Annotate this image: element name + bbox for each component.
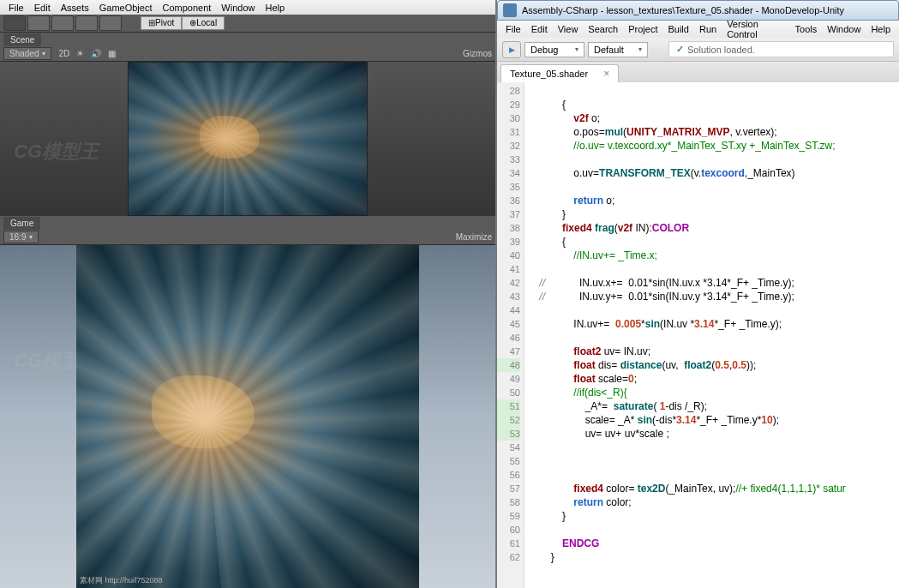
menu-window[interactable]: Window — [822, 24, 866, 34]
game-tab-bar: Game — [0, 216, 495, 231]
light-icon[interactable]: ☀ — [76, 49, 84, 58]
window-titlebar: Assembly-CSharp - lesson_textures\Textur… — [497, 0, 899, 21]
scene-tab-bar: Scene — [0, 33, 495, 47]
pivot-button[interactable]: ⊞ Pivot — [141, 16, 182, 30]
code-editor[interactable]: 2829303132333435363738394041424344454647… — [497, 82, 899, 588]
menu-tools[interactable]: Tools — [790, 24, 823, 34]
status-bar: Solution loaded. — [668, 41, 894, 57]
local-button[interactable]: ⊕ Local — [182, 16, 225, 30]
rect-tool-icon[interactable] — [99, 15, 122, 31]
aspect-dropdown[interactable]: 16:9 — [3, 231, 39, 243]
code-area[interactable]: { v2f o; o.pos=mul(UNITY_MATRIX_MVP, v.v… — [524, 82, 899, 588]
menu-view[interactable]: View — [553, 24, 584, 34]
document-tab-bar: Texture_05.shader — [497, 62, 899, 82]
unity-menubar: File Edit Assets GameObject Component Wi… — [0, 0, 495, 15]
scene-quad-preview — [128, 62, 368, 216]
game-options: 16:9 Maximize — [0, 231, 495, 245]
menu-window[interactable]: Window — [216, 3, 260, 13]
line-gutter: 2829303132333435363738394041424344454647… — [497, 82, 524, 588]
menu-search[interactable]: Search — [583, 24, 623, 34]
scale-tool-icon[interactable] — [75, 15, 98, 31]
window-title: Assembly-CSharp - lesson_textures\Textur… — [522, 5, 844, 15]
config-dropdown[interactable]: Debug — [524, 42, 584, 57]
menu-component[interactable]: Component — [157, 3, 216, 13]
monodevelop-window: Assembly-CSharp - lesson_textures\Textur… — [495, 0, 899, 588]
scene-options: Shaded 2D ☀ 🔊 ▦ Gizmos — [0, 47, 495, 62]
menu-assets[interactable]: Assets — [56, 3, 94, 13]
scene-tab[interactable]: Scene — [3, 33, 41, 46]
game-view[interactable]: CG模型王 素材网 http://huif752088 — [0, 245, 495, 588]
menu-help[interactable]: Help — [866, 24, 896, 34]
menu-gameobject[interactable]: GameObject — [94, 3, 158, 13]
menu-file[interactable]: File — [500, 24, 526, 34]
menu-help[interactable]: Help — [260, 3, 290, 13]
mono-toolbar: ▶ Debug Default Solution loaded. — [497, 38, 899, 62]
menu-edit[interactable]: Edit — [526, 24, 553, 34]
menu-run[interactable]: Run — [694, 24, 722, 34]
rotate-tool-icon[interactable] — [51, 15, 74, 31]
menu-version-control[interactable]: Version Control — [722, 19, 789, 39]
document-tab[interactable]: Texture_05.shader — [500, 64, 619, 82]
menu-file[interactable]: File — [3, 3, 29, 13]
mode-2d-toggle[interactable]: 2D — [58, 49, 69, 58]
game-preview-image: 素材网 http://huif752088 — [76, 245, 419, 588]
menu-project[interactable]: Project — [623, 24, 662, 34]
monodevelop-icon — [503, 3, 517, 17]
gizmos-dropdown[interactable]: Gizmos — [463, 49, 492, 58]
maximize-toggle[interactable]: Maximize — [456, 232, 492, 242]
image-caption: 素材网 http://huif752088 — [80, 575, 163, 586]
unity-toolbar: ⊞ Pivot ⊕ Local — [0, 15, 495, 33]
watermark: CG模型王 — [14, 139, 99, 165]
hand-tool-icon[interactable] — [3, 15, 26, 31]
scene-view[interactable]: CG模型王 — [0, 62, 495, 216]
run-button[interactable]: ▶ — [502, 41, 521, 58]
menu-build[interactable]: Build — [662, 24, 693, 34]
move-tool-icon[interactable] — [27, 15, 50, 31]
menu-edit[interactable]: Edit — [29, 3, 56, 13]
unity-editor: File Edit Assets GameObject Component Wi… — [0, 0, 495, 588]
game-tab[interactable]: Game — [3, 217, 40, 230]
shading-mode-dropdown[interactable]: Shaded — [3, 47, 51, 60]
audio-icon[interactable]: 🔊 — [91, 49, 101, 58]
platform-dropdown[interactable]: Default — [588, 42, 648, 57]
fx-icon[interactable]: ▦ — [108, 49, 116, 58]
mono-menubar: File Edit View Search Project Build Run … — [497, 21, 899, 38]
